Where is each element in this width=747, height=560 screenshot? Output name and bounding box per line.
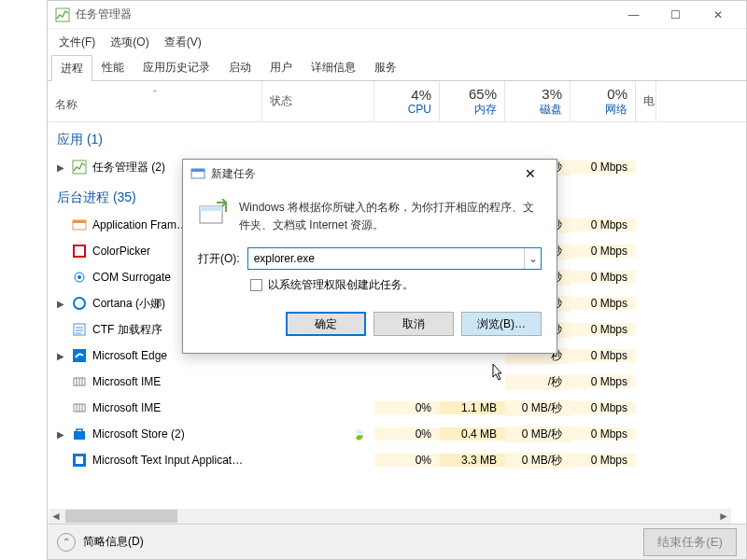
tab-services[interactable]: 服务: [365, 54, 406, 80]
tab-strip: 进程 性能 应用历史记录 启动 用户 详细信息 服务: [48, 55, 746, 81]
svg-point-6: [78, 275, 81, 279]
tab-users[interactable]: 用户: [261, 54, 302, 80]
svg-point-7: [74, 298, 85, 309]
end-task-button[interactable]: 结束任务(E): [643, 528, 737, 556]
app-icon: [72, 217, 87, 232]
run-large-icon: [198, 199, 230, 231]
tab-app-history[interactable]: 应用历史记录: [134, 54, 219, 80]
process-name: Microsoft Store (2): [92, 427, 185, 441]
svg-rect-18: [74, 431, 85, 440]
cortana-icon: [72, 296, 87, 311]
process-name: COM Surrogate: [92, 271, 171, 284]
fewer-details-toggle[interactable]: ⌃: [57, 533, 76, 552]
header-power[interactable]: 电: [636, 81, 656, 121]
horizontal-scrollbar[interactable]: ◄ ►: [49, 509, 731, 524]
svg-rect-9: [73, 349, 86, 362]
admin-checkbox-label: 以系统管理权限创建此任务。: [268, 277, 414, 293]
process-row[interactable]: Microsoft IME 0%1.1 MB0 MB/秒0 Mbps: [48, 395, 746, 421]
menu-file[interactable]: 文件(F): [51, 31, 103, 54]
group-apps: 应用 (1): [48, 122, 746, 154]
dialog-titlebar[interactable]: 新建任务 ✕: [183, 160, 557, 188]
svg-rect-1: [73, 161, 86, 174]
header-disk[interactable]: 3%磁盘: [505, 81, 571, 121]
process-name: Application Fram…: [92, 218, 188, 231]
app-icon: [72, 322, 87, 337]
menu-options[interactable]: 选项(O): [103, 31, 156, 54]
process-name: Microsoft Edge: [92, 349, 167, 362]
admin-checkbox[interactable]: [250, 279, 262, 291]
task-manager-icon: [72, 160, 87, 175]
window-title: 任务管理器: [76, 7, 132, 22]
svg-rect-22: [191, 169, 204, 172]
tab-startup[interactable]: 启动: [219, 54, 261, 80]
leaf-icon: 🍃: [262, 427, 374, 441]
process-name: CTF 加载程序: [92, 322, 162, 338]
scroll-left-icon[interactable]: ◄: [49, 509, 63, 524]
tab-details[interactable]: 详细信息: [302, 54, 365, 80]
expand-icon[interactable]: ▶: [55, 162, 66, 173]
expand-icon[interactable]: ▶: [55, 429, 66, 440]
scrollbar-thumb[interactable]: [65, 510, 177, 523]
header-memory[interactable]: 65%内存: [440, 81, 505, 121]
svg-rect-24: [200, 206, 222, 211]
task-manager-icon: [55, 7, 70, 22]
header-network[interactable]: 0%网络: [571, 81, 636, 121]
titlebar[interactable]: 任务管理器 — ☐ ✕: [48, 1, 746, 29]
process-name: 任务管理器 (2): [92, 160, 165, 175]
column-headers: ⌃ 名称 状态 4%CPU 65%内存 3%磁盘 0%网络 电: [48, 81, 746, 122]
expand-icon[interactable]: ▶: [55, 351, 66, 361]
dialog-close-button[interactable]: ✕: [512, 161, 549, 187]
open-label: 打开(O):: [198, 251, 240, 267]
minimize-button[interactable]: —: [613, 1, 655, 29]
app-icon: [72, 453, 87, 468]
svg-rect-4: [74, 245, 85, 257]
cancel-button[interactable]: 取消: [374, 312, 454, 336]
open-input[interactable]: [248, 248, 524, 269]
ok-button[interactable]: 确定: [286, 312, 366, 336]
process-name: Microsoft IME: [92, 375, 161, 388]
ime-icon: [72, 400, 87, 415]
footer: ⌃ 简略信息(D) 结束任务(E): [48, 524, 746, 559]
ime-icon: [72, 374, 87, 389]
tab-processes[interactable]: 进程: [51, 55, 92, 81]
svg-rect-20: [76, 456, 83, 464]
gear-icon: [72, 270, 87, 285]
process-row[interactable]: ▶Microsoft Store (2) 🍃0%0.4 MB0 MB/秒0 Mb…: [48, 421, 746, 447]
header-status[interactable]: 状态: [262, 81, 374, 121]
process-row[interactable]: Microsoft IME /秒0 Mbps: [48, 369, 746, 395]
open-combobox[interactable]: ⌄: [247, 247, 542, 270]
scroll-right-icon[interactable]: ►: [716, 509, 731, 524]
process-row[interactable]: Microsoft Text Input Applicat… 0%3.3 MB0…: [48, 447, 746, 473]
svg-rect-0: [56, 8, 69, 21]
maximize-button[interactable]: ☐: [655, 1, 697, 29]
dropdown-icon[interactable]: ⌄: [524, 248, 541, 269]
menu-view[interactable]: 查看(V): [157, 31, 209, 54]
dialog-description: Windows 将根据你所键入的名称，为你打开相应的程序、文件夹、文档或 Int…: [239, 199, 542, 234]
menubar: 文件(F) 选项(O) 查看(V): [48, 29, 746, 55]
header-cpu[interactable]: 4%CPU: [374, 81, 440, 121]
svg-rect-3: [73, 220, 86, 223]
run-icon: [190, 166, 205, 181]
store-icon: [72, 427, 87, 441]
browse-button[interactable]: 浏览(B)…: [461, 312, 542, 336]
fewer-details-label[interactable]: 简略信息(D): [83, 534, 144, 550]
expand-icon[interactable]: ▶: [55, 299, 66, 309]
process-name: Cortana (小娜): [92, 296, 165, 312]
header-name[interactable]: ⌃ 名称: [48, 81, 262, 121]
tab-performance[interactable]: 性能: [92, 54, 134, 80]
process-name: ColorPicker: [92, 245, 150, 258]
close-button[interactable]: ✕: [697, 1, 739, 29]
app-icon: [72, 244, 87, 259]
process-name: Microsoft Text Input Applicat…: [92, 454, 243, 467]
sort-indicator-icon: ⌃: [55, 90, 254, 97]
run-dialog: 新建任务 ✕ Windows 将根据你所键入的名称，为你打开相应的程序、文件夹、…: [182, 159, 557, 354]
process-name: Microsoft IME: [92, 401, 161, 414]
edge-icon: [72, 348, 87, 363]
dialog-title: 新建任务: [211, 166, 256, 182]
